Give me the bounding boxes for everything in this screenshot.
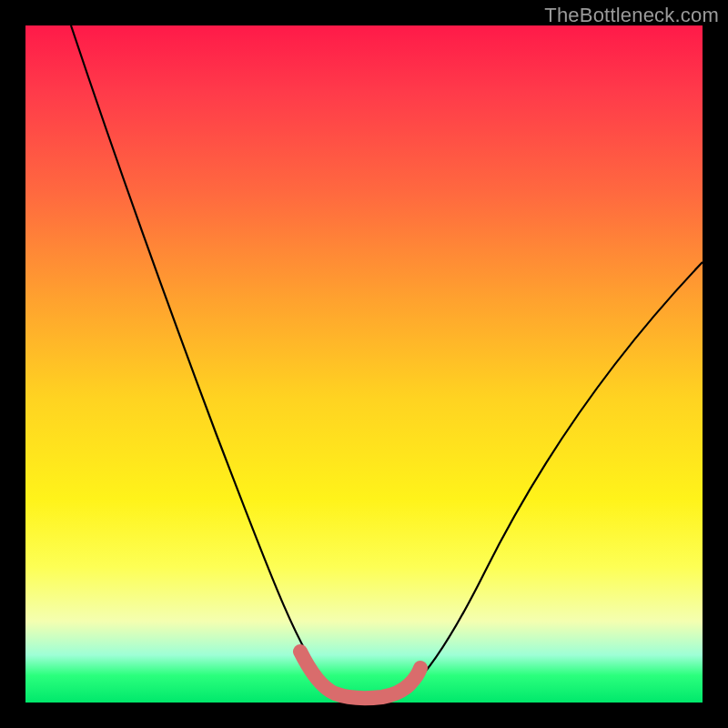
chart-frame: TheBottleneck.com <box>0 0 728 728</box>
curve-svg <box>25 25 703 703</box>
plot-area <box>25 25 703 703</box>
watermark-text: TheBottleneck.com <box>544 4 719 27</box>
optimal-region-highlight <box>300 652 420 698</box>
bottleneck-curve <box>71 25 703 699</box>
